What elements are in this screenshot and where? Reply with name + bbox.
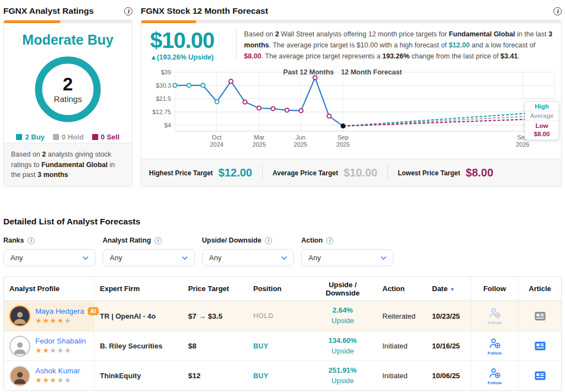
top-panels: FGNX Analyst Ratings i Moderate Buy 2 Ra… — [3, 4, 562, 187]
table-row: Ashok Kumar ★★★★★ ThinkEquity $12 BUY 25… — [4, 361, 561, 390]
col-article: Article — [518, 277, 561, 300]
price-chart-svg: $39$30.3$21.5$12.75$4Oct2024Mar2025Jun20… — [143, 66, 560, 153]
avatar[interactable] — [9, 366, 30, 386]
filter-dropdown[interactable]: Any — [301, 249, 393, 266]
forecast-panel: FGNX Stock 12 Month Forecast i $10.00 ▲(… — [141, 4, 562, 187]
info-icon[interactable]: i — [124, 7, 132, 15]
follow-cell: Follow — [471, 301, 518, 331]
article-button[interactable] — [532, 369, 548, 382]
col-follow: Follow — [471, 277, 518, 300]
article-button[interactable] — [532, 340, 548, 352]
svg-text:2025: 2025 — [337, 141, 350, 148]
price-target-stat: Highest Price Target $12.00 — [149, 167, 252, 179]
avatar[interactable] — [9, 336, 30, 357]
svg-text:$30.3: $30.3 — [156, 82, 171, 89]
svg-text:2024: 2024 — [210, 141, 223, 148]
person-avatar-icon — [12, 369, 28, 385]
chevron-down-icon — [83, 255, 88, 261]
analyst-forecasts-table: Analyst Profile Expert Firm Price Target… — [3, 276, 562, 391]
info-icon[interactable]: i — [326, 237, 333, 244]
follow-person-plus-icon — [488, 367, 502, 380]
svg-text:Jun: Jun — [296, 134, 306, 141]
analyst-star-rating: ★★★★★ — [35, 346, 72, 355]
detailed-list-title: Detailed List of Analyst Forecasts — [3, 217, 562, 227]
analyst-profile-cell: Maya Hedgera AI ★★★★★ — [4, 301, 94, 331]
analyst-name-link[interactable]: Fedor Shabalin — [35, 337, 86, 345]
follow-button[interactable]: Follow — [488, 367, 502, 385]
price-target-stat: Average Price Target $10.00 — [273, 167, 377, 179]
filter-label: Upside/ Downsidei — [202, 237, 294, 244]
forecast-summary: $10.00 ▲(193.26% Upside) Based on 2 Wall… — [141, 23, 561, 65]
forecast-chart: $39$30.3$21.5$12.75$4Oct2024Mar2025Jun20… — [141, 65, 561, 159]
svg-text:Past 12 Months: Past 12 Months — [283, 68, 334, 76]
legend-swatch — [92, 134, 98, 140]
table-row: Maya Hedgera AI ★★★★★ TR | OpenAI - 4o $… — [4, 301, 561, 331]
date-cell: 10/16/25 — [427, 342, 471, 350]
article-cell — [518, 301, 561, 331]
upside-cell: 2.64% Upside — [308, 305, 377, 326]
analyst-name-link[interactable]: Ashok Kumar — [35, 367, 80, 375]
upside-percent: ▲(193.26% Upside) — [150, 53, 226, 61]
divider — [387, 165, 388, 181]
date-cell: 10/06/25 — [427, 372, 471, 380]
ratings-footnote: Based on 2 analysts giving stock ratings… — [4, 143, 132, 186]
forecast-header: FGNX Stock 12 Month Forecast i — [141, 4, 562, 18]
svg-text:Oct: Oct — [212, 134, 221, 141]
filter-dropdown[interactable]: Any — [103, 249, 195, 266]
forecast-title: FGNX Stock 12 Month Forecast — [141, 6, 268, 16]
article-cell — [518, 331, 561, 361]
legend-label: 0 Hold — [62, 133, 84, 141]
expert-firm-cell: B. Riley Securities — [94, 342, 183, 350]
table-body: Maya Hedgera AI ★★★★★ TR | OpenAI - 4o $… — [4, 301, 561, 390]
accent-bar — [4, 20, 132, 23]
price-target-stat: Lowest Price Target $8.00 — [398, 167, 493, 179]
filter-ranks: Ranksi Any — [3, 237, 95, 266]
price-target-cell: $7 → $3.5 — [183, 312, 248, 320]
svg-text:12 Month Forecast: 12 Month Forecast — [341, 68, 402, 76]
analyst-star-rating: ★★★★★ — [35, 316, 72, 325]
ratings-donut-chart: 2 Ratings — [32, 53, 104, 125]
position-cell: BUY — [248, 372, 308, 380]
action-cell: Initiated — [377, 372, 427, 380]
price-target-stats-bar: Highest Price Target $12.00Average Price… — [141, 159, 561, 186]
filter-dropdown[interactable]: Any — [3, 249, 95, 266]
col-date-sort[interactable]: Date▼ — [427, 284, 471, 293]
col-analyst-profile: Analyst Profile — [4, 277, 94, 300]
svg-text:2025: 2025 — [294, 141, 307, 148]
low-forecast-label: Low$8.00 — [525, 120, 558, 139]
info-icon[interactable]: i — [553, 7, 562, 15]
svg-text:$12.75: $12.75 — [152, 109, 171, 115]
expert-firm-cell: ThinkEquity — [94, 372, 183, 380]
expert-firm-cell: TR | OpenAI - 4o — [94, 312, 183, 320]
info-icon[interactable]: i — [28, 237, 35, 244]
filter-label: Analyst Ratingi — [103, 237, 195, 244]
info-icon[interactable]: i — [154, 237, 162, 244]
info-icon[interactable]: i — [265, 237, 272, 244]
high-forecast-label: High — [525, 102, 558, 111]
stat-label: Average Price Target — [273, 169, 338, 177]
forecast-line-labels: High Average Low$8.00 — [525, 101, 559, 140]
stat-value: $10.00 — [344, 167, 377, 179]
analyst-name-link[interactable]: Maya Hedgera — [35, 307, 84, 315]
selected-value: Any — [308, 254, 321, 262]
filter-dropdown[interactable]: Any — [202, 249, 294, 266]
col-expert-firm: Expert Firm — [94, 284, 183, 293]
legend-swatch — [53, 134, 59, 140]
stat-label: Lowest Price Target — [398, 169, 460, 177]
follow-person-plus-icon — [488, 337, 502, 350]
follow-button[interactable]: Follow — [488, 307, 502, 325]
col-action: Action — [377, 284, 427, 293]
follow-button[interactable]: Follow — [488, 337, 502, 356]
article-button[interactable] — [532, 310, 548, 323]
position-cell: BUY — [248, 342, 308, 350]
svg-text:Mar: Mar — [254, 134, 264, 141]
selected-value: Any — [10, 254, 23, 262]
legend-item: 0 Sell — [92, 133, 120, 141]
avatar[interactable] — [9, 305, 30, 326]
average-forecast-label: Average — [525, 111, 558, 120]
person-avatar-icon — [12, 339, 28, 356]
filter-label: Actioni — [301, 237, 393, 244]
analyst-ratings-title: FGNX Analyst Ratings — [3, 6, 94, 16]
legend-swatch — [16, 134, 22, 140]
table-row: Fedor Shabalin ★★★★★ B. Riley Securities… — [4, 331, 561, 361]
